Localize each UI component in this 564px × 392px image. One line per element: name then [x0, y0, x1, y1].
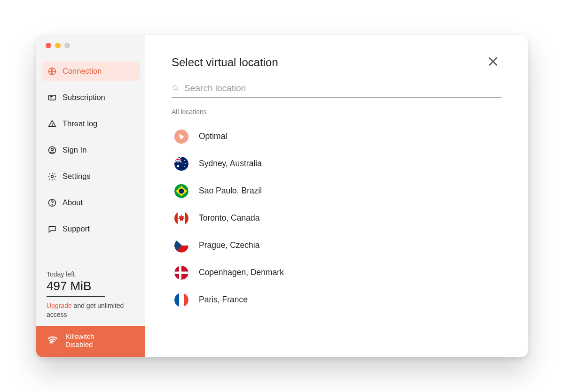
- svg-rect-26: [174, 211, 178, 225]
- globe-optimal-icon: [174, 130, 188, 144]
- sidebar-item-about[interactable]: About: [42, 193, 140, 213]
- location-fr[interactable]: Paris, France: [172, 286, 501, 314]
- sidebar-item-label: Threat log: [63, 119, 97, 128]
- svg-rect-39: [184, 293, 188, 307]
- svg-point-24: [179, 188, 184, 193]
- close-button[interactable]: [486, 55, 501, 70]
- svg-line-13: [177, 89, 179, 91]
- sidebar-item-label: Support: [63, 224, 90, 233]
- user-icon: [47, 146, 57, 155]
- location-ca[interactable]: Toronto, Canada: [172, 205, 501, 232]
- killswitch-line1: Killswitch: [65, 332, 94, 340]
- quota-amount: 497 MiB: [47, 279, 105, 297]
- location-br[interactable]: Sao Paulo, Brazil: [172, 177, 501, 205]
- alert-icon: [47, 119, 57, 129]
- location-label: Optimal: [199, 131, 227, 141]
- svg-rect-37: [174, 293, 179, 307]
- wifi-off-icon: [47, 334, 59, 346]
- svg-point-18: [184, 160, 185, 161]
- sidebar: Connection Subscription Threat log: [36, 35, 145, 357]
- sidebar-item-signin[interactable]: Sign In: [42, 140, 140, 160]
- flag-dk-icon: [174, 266, 188, 280]
- flag-br-icon: [174, 184, 188, 198]
- sidebar-item-settings[interactable]: Settings: [42, 167, 140, 186]
- flag-fr-icon: [174, 293, 188, 307]
- section-label: All locations: [172, 108, 501, 115]
- page-title: Select virtual location: [172, 56, 278, 69]
- minimize-window-dot[interactable]: [55, 43, 61, 48]
- location-label: Copenhagen, Denmark: [199, 268, 284, 277]
- zoom-window-dot[interactable]: [64, 43, 70, 48]
- location-cz[interactable]: Prague, Czechia: [172, 232, 501, 259]
- sidebar-item-threatlog[interactable]: Threat log: [42, 114, 140, 134]
- main-panel: Select virtual location All locations: [145, 35, 528, 357]
- svg-point-19: [185, 163, 186, 164]
- location-list: Optimal Sydney, Australia Sao Paulo, Bra…: [172, 123, 501, 314]
- help-icon: [47, 198, 57, 208]
- svg-point-20: [184, 166, 185, 167]
- sidebar-item-support[interactable]: Support: [42, 219, 140, 239]
- globe-icon: [47, 67, 57, 76]
- svg-rect-35: [174, 271, 188, 274]
- location-label: Sydney, Australia: [199, 159, 262, 169]
- close-window-dot[interactable]: [46, 43, 51, 48]
- search-input[interactable]: [184, 83, 501, 93]
- svg-point-12: [173, 85, 177, 90]
- location-optimal[interactable]: Optimal: [172, 123, 501, 150]
- svg-rect-27: [185, 211, 188, 225]
- location-dk[interactable]: Copenhagen, Denmark: [172, 259, 501, 286]
- upgrade-text: Upgrade and get unlimited access: [47, 301, 135, 319]
- sidebar-item-label: Settings: [63, 172, 91, 181]
- flag-ca-icon: [174, 211, 188, 225]
- killswitch-line2: Disabled: [65, 340, 94, 348]
- svg-point-2: [52, 125, 52, 126]
- quota-caption: Today left: [47, 270, 135, 278]
- svg-point-7: [52, 204, 52, 205]
- svg-point-4: [51, 148, 54, 150]
- killswitch-text: Killswitch Disabled: [65, 332, 94, 349]
- killswitch-banner[interactable]: Killswitch Disabled: [36, 326, 145, 357]
- sidebar-item-subscription[interactable]: Subscription: [42, 88, 140, 108]
- location-label: Paris, France: [199, 295, 248, 305]
- svg-point-5: [51, 175, 54, 177]
- upgrade-link[interactable]: Upgrade: [47, 302, 72, 309]
- svg-rect-1: [49, 95, 56, 100]
- window-controls: [46, 43, 70, 48]
- sidebar-item-label: Subscription: [63, 93, 105, 102]
- svg-point-17: [177, 165, 180, 167]
- quota-panel: Today left 497 MiB Upgrade and get unlim…: [36, 270, 145, 326]
- sidebar-item-connection[interactable]: Connection: [42, 61, 140, 81]
- chat-icon: [47, 224, 57, 234]
- gear-icon: [47, 172, 57, 181]
- location-au[interactable]: Sydney, Australia: [172, 150, 501, 177]
- app-window: Connection Subscription Threat log: [36, 35, 528, 357]
- location-label: Sao Paulo, Brazil: [199, 186, 262, 196]
- flag-au-icon: [174, 157, 188, 171]
- svg-point-21: [182, 163, 183, 164]
- sidebar-item-label: Connection: [63, 67, 102, 76]
- location-label: Toronto, Canada: [199, 213, 259, 223]
- sidebar-item-label: Sign In: [63, 146, 86, 154]
- location-label: Prague, Czechia: [199, 240, 259, 250]
- sidebar-nav: Connection Subscription Threat log: [36, 61, 145, 246]
- svg-rect-38: [179, 293, 184, 307]
- ticket-icon: [47, 93, 57, 102]
- search-icon: [172, 84, 180, 92]
- flag-cz-icon: [174, 238, 188, 253]
- sidebar-item-label: About: [63, 198, 83, 207]
- search-field[interactable]: [172, 83, 501, 98]
